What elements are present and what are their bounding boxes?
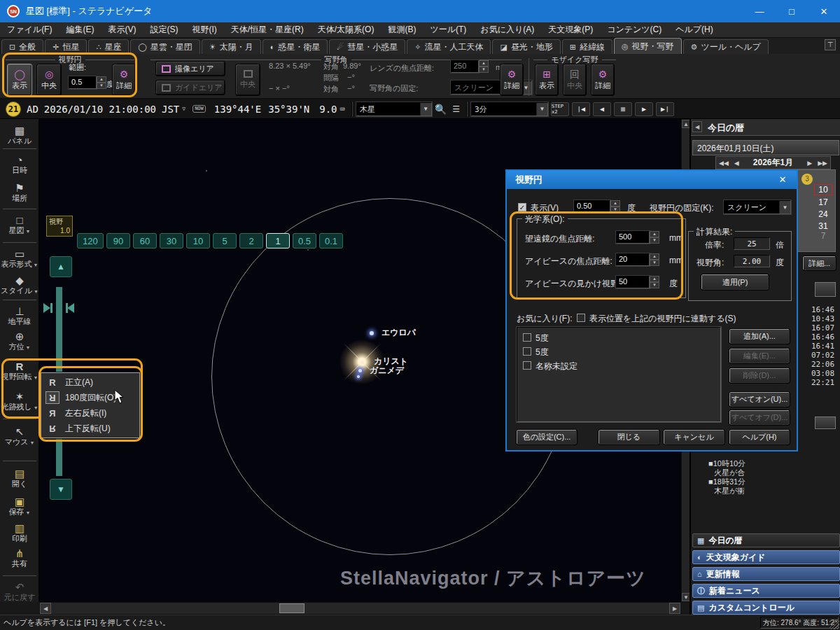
tab-planets[interactable]: ◐惑星・衛星 xyxy=(262,39,328,54)
scroll-left-icon[interactable]: ◀ xyxy=(40,603,51,614)
sidebar-item-share[interactable]: ⋔共有 xyxy=(0,547,39,568)
calendar-next-button[interactable]: ▶ xyxy=(804,160,815,167)
photo-center-button[interactable]: 中央 xyxy=(235,64,260,96)
menu-item-upright[interactable]: R正立(A) xyxy=(43,374,138,390)
fov-range-spinner[interactable]: 0.5 ▲▼ xyxy=(69,76,106,89)
mosaic-detail-button[interactable]: ⚙詳細 xyxy=(591,64,615,96)
calendar-detail-button[interactable]: 詳細... xyxy=(803,256,836,270)
delete-button[interactable]: 削除(D)... xyxy=(729,368,790,383)
tab-comets[interactable]: ☄彗星・小惑星 xyxy=(329,39,405,54)
moon-phase-day-icon[interactable]: 3 xyxy=(802,174,813,185)
link-fov-checkbox[interactable] xyxy=(577,314,585,322)
menu-item-flip-vertical[interactable]: R上下反転(U) xyxy=(43,421,138,436)
collapse-panel-icon[interactable]: ◀ xyxy=(692,121,702,132)
step-x2-button[interactable]: STEP x2 xyxy=(551,102,569,116)
fix-combo[interactable]: スクリーン▼ xyxy=(724,200,791,214)
all-off-button[interactable]: すべてオフ(D)... xyxy=(729,410,790,425)
longitude-value[interactable]: 139°44'E xyxy=(214,104,261,115)
accordion-phenomena-guide[interactable]: ◐天文現象ガイド xyxy=(692,550,840,564)
sidebar-item-light-trail[interactable]: ✶光跡残し ▼ xyxy=(0,391,39,412)
sidebar-item-panel[interactable]: ▦パネル xyxy=(0,125,39,146)
calendar-day-next-month[interactable]: 7 xyxy=(814,231,832,241)
photo-detail-button[interactable]: ⚙詳細 xyxy=(500,64,524,96)
datetime-value[interactable]: 2026/01/10 21:00:00 xyxy=(44,104,156,115)
dialog-title-bar[interactable]: 視野円 xyxy=(507,171,797,189)
eyepiece-focal-spinner[interactable]: 20 ▲▼ xyxy=(616,253,659,266)
menu-solar-system[interactable]: 天体/太陽系(O) xyxy=(311,24,382,36)
calendar-day-selected[interactable]: 10 xyxy=(814,184,832,195)
apparent-fov-spinner[interactable]: 50 ▲▼ xyxy=(616,276,659,288)
fov-button-2[interactable]: 2 xyxy=(239,233,263,248)
altitude-value[interactable]: 9.0 xyxy=(319,104,337,115)
moon-age-badge[interactable]: 21 xyxy=(6,102,21,117)
all-on-button[interactable]: すべてオン(U)... xyxy=(729,392,790,407)
tab-constellation[interactable]: ∴星座 xyxy=(88,39,129,54)
fov-button-30[interactable]: 30 xyxy=(160,233,183,248)
sidebar-item-open[interactable]: ▤開く xyxy=(0,468,39,489)
menu-stars[interactable]: 天体/恒星・星座(R) xyxy=(224,24,311,36)
horizontal-scrollbar[interactable]: ◀ ▶ xyxy=(39,602,681,615)
partial-button[interactable] xyxy=(815,416,836,429)
sidebar-item-location[interactable]: ⚑場所 xyxy=(0,182,39,203)
menu-help[interactable]: ヘルプ(H) xyxy=(668,24,720,36)
timezone-dropdown-icon[interactable]: ▽ xyxy=(182,106,186,112)
favorite-checkbox[interactable] xyxy=(523,347,531,356)
fov-button-05[interactable]: 0.5 xyxy=(293,233,316,248)
target-combo[interactable]: 木星▼ xyxy=(356,102,432,116)
fov-button-60[interactable]: 60 xyxy=(133,233,157,248)
tab-daylight-terrain[interactable]: ◪昼光・地形 xyxy=(492,39,560,54)
calendar-day[interactable]: 24 xyxy=(814,209,832,219)
tab-gridlines[interactable]: ⊞経緯線 xyxy=(562,39,612,54)
europa-star[interactable] xyxy=(370,331,374,335)
close-dialog-button[interactable]: 閉じる xyxy=(598,430,659,444)
favorites-listbox[interactable]: 5度 5度 名称未設定 xyxy=(517,327,721,422)
scrollbar-thumb[interactable] xyxy=(279,603,304,613)
scroll-right-icon[interactable]: ▶ xyxy=(669,603,680,614)
sidebar-item-undo[interactable]: ↶元に戻す xyxy=(0,581,39,602)
tab-stars[interactable]: ✛恒星 xyxy=(45,39,87,54)
skip-end-button[interactable]: ▶❘ xyxy=(656,102,674,116)
guide-area-button[interactable]: ガイドエリア xyxy=(155,80,225,95)
fov-button-5[interactable]: 5 xyxy=(213,233,237,248)
spinner-arrows[interactable]: ▲▼ xyxy=(650,253,659,266)
accordion-today-calendar[interactable]: ▦今日の暦 xyxy=(692,533,840,547)
tab-sun-moon[interactable]: ☀太陽・月 xyxy=(202,39,261,54)
sidebar-item-horizon[interactable]: ⊥地平線 xyxy=(0,305,39,326)
play-forward-button[interactable]: ▶ xyxy=(635,102,653,116)
sidebar-item-display-format[interactable]: ▭表示形式 ▼ xyxy=(0,248,39,270)
spinner-arrows[interactable]: ▲▼ xyxy=(610,200,620,213)
menu-file[interactable]: ファイル(F) xyxy=(0,24,59,36)
tab-meteors[interactable]: ✧流星・人工天体 xyxy=(407,39,491,54)
list-icon[interactable]: ☰ xyxy=(452,104,460,114)
menu-view[interactable]: 表示(V) xyxy=(101,24,143,36)
accordion-update-info[interactable]: ⌂更新情報 xyxy=(692,567,840,581)
cancel-button[interactable]: キャンセル xyxy=(664,430,724,444)
time-step-combo[interactable]: 3分▼ xyxy=(471,102,548,116)
timezone-label[interactable]: JST xyxy=(162,104,179,115)
accordion-custom-control[interactable]: ▤カスタムコントロール xyxy=(692,601,840,615)
latitude-value[interactable]: 35°39'N xyxy=(268,104,309,115)
fov-button-01[interactable]: 0.1 xyxy=(319,233,343,248)
pin-toolbar-icon[interactable]: ⊤ xyxy=(825,39,836,50)
tab-tools-help[interactable]: ⚙ツール・ヘルプ xyxy=(683,39,769,54)
favorite-checkbox[interactable] xyxy=(523,361,531,370)
fov-circle-center-button[interactable]: ◎中央 xyxy=(36,64,62,96)
menu-observe[interactable]: 観測(B) xyxy=(381,24,423,36)
mosaic-show-button[interactable]: ⊞表示 xyxy=(535,64,559,96)
menu-fov[interactable]: 視野(I) xyxy=(185,24,223,36)
edit-button[interactable]: 編集(E)... xyxy=(729,349,790,363)
accordion-news[interactable]: ⓘ新着ニュース xyxy=(692,584,840,598)
partial-button[interactable] xyxy=(815,282,836,297)
apply-button[interactable]: 適用(P) xyxy=(701,274,769,290)
menu-settings[interactable]: 設定(S) xyxy=(143,24,185,36)
keyboard-icon[interactable]: ⌨ xyxy=(340,104,345,114)
menu-favorites[interactable]: お気に入り(A) xyxy=(473,24,541,36)
favorite-item[interactable]: 5度 xyxy=(536,332,549,344)
stop-button[interactable]: ■ xyxy=(614,102,632,116)
fov-button-1[interactable]: 1 xyxy=(266,233,290,248)
close-button[interactable]: ✕ xyxy=(808,0,840,22)
show-checkbox[interactable]: ✓ xyxy=(518,203,526,211)
help-button[interactable]: ヘルプ(H) xyxy=(729,430,790,444)
skip-start-button[interactable]: ❘◀ xyxy=(572,102,590,116)
sidebar-item-print[interactable]: ▥印刷 xyxy=(0,522,39,543)
